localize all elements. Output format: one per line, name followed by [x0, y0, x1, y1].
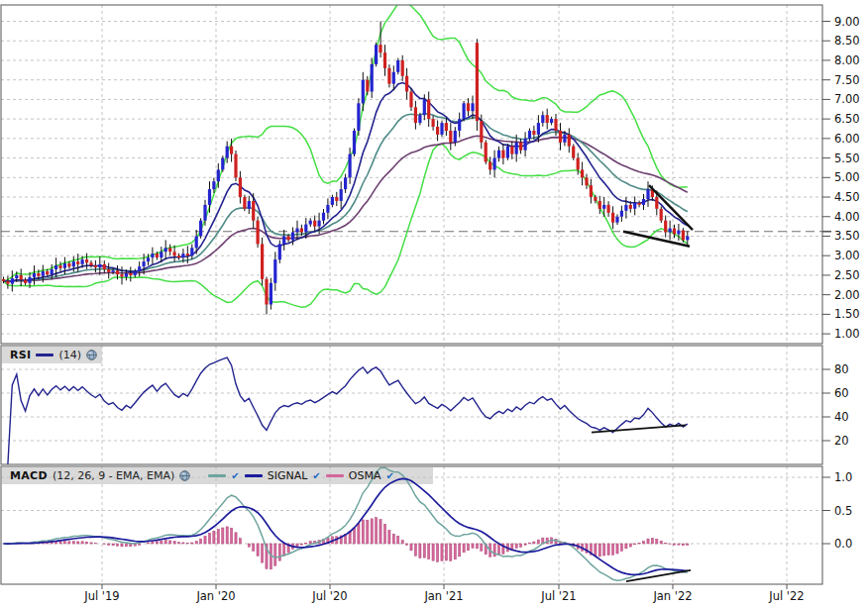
svg-text:3.00: 3.00 — [834, 249, 860, 262]
chart-canvas[interactable]: 9.008.508.007.507.006.506.005.505.004.50… — [0, 0, 868, 608]
macd-title: MACD — [4, 469, 48, 482]
macd-panel-header: MACD (12, 26, 9 - EMA, EMA) ✔ SIGNAL ✔ O… — [4, 467, 394, 484]
macd-param: (12, 26, 9 - EMA, EMA) — [53, 469, 174, 482]
svg-text:20: 20 — [834, 434, 849, 448]
osma-bar-swatch — [326, 474, 344, 477]
svg-text:1.0: 1.0 — [834, 470, 852, 484]
svg-text:Jan '21: Jan '21 — [423, 589, 463, 603]
svg-text:Jan '22: Jan '22 — [652, 589, 692, 603]
svg-text:6.50: 6.50 — [834, 112, 860, 126]
svg-text:0.0: 0.0 — [834, 537, 852, 551]
svg-text:5.50: 5.50 — [834, 152, 860, 165]
svg-text:Jan '20: Jan '20 — [195, 589, 235, 603]
svg-text:4.00: 4.00 — [834, 210, 860, 224]
rsi-title: RSI — [4, 349, 31, 361]
svg-text:3.50: 3.50 — [834, 229, 860, 243]
svg-text:Jul '22: Jul '22 — [768, 589, 804, 603]
svg-text:1.00: 1.00 — [834, 327, 860, 341]
svg-text:40: 40 — [834, 410, 849, 424]
svg-text:Jul '21: Jul '21 — [540, 589, 576, 603]
rsi-line-swatch — [36, 354, 54, 356]
svg-text:60: 60 — [834, 386, 849, 400]
macd-settings-globe-icon[interactable] — [179, 470, 190, 481]
svg-text:2.00: 2.00 — [834, 288, 860, 302]
macd-line-swatch — [208, 474, 226, 477]
svg-text:8.00: 8.00 — [834, 53, 860, 67]
signal-line-swatch — [245, 474, 263, 477]
osma-checkbox-icon[interactable]: ✔ — [385, 471, 393, 481]
rsi-settings-globe-icon[interactable] — [86, 350, 97, 360]
svg-text:8.50: 8.50 — [834, 34, 860, 48]
stock-chart-window: 9.008.508.007.507.006.506.005.505.004.50… — [0, 0, 868, 608]
macd-line-checkbox-icon[interactable]: ✔ — [231, 471, 239, 481]
rsi-param: (14) — [58, 349, 81, 361]
svg-text:7.50: 7.50 — [834, 73, 860, 87]
svg-text:4.50: 4.50 — [834, 190, 860, 204]
svg-text:1.50: 1.50 — [834, 307, 860, 321]
svg-text:9.00: 9.00 — [834, 15, 860, 29]
signal-checkbox-icon[interactable]: ✔ — [312, 471, 320, 481]
signal-label: SIGNAL — [268, 469, 308, 482]
svg-text:2.50: 2.50 — [834, 268, 860, 282]
svg-text:0.5: 0.5 — [834, 504, 852, 518]
svg-text:80: 80 — [834, 362, 849, 376]
svg-text:5.00: 5.00 — [834, 170, 860, 184]
svg-text:6.00: 6.00 — [834, 132, 860, 146]
svg-text:Jul '20: Jul '20 — [311, 589, 347, 603]
svg-text:Jul '19: Jul '19 — [83, 589, 119, 603]
rsi-panel-header: RSI (14) — [4, 347, 97, 363]
osma-label: OSMA — [349, 469, 381, 482]
svg-text:7.00: 7.00 — [834, 92, 860, 106]
